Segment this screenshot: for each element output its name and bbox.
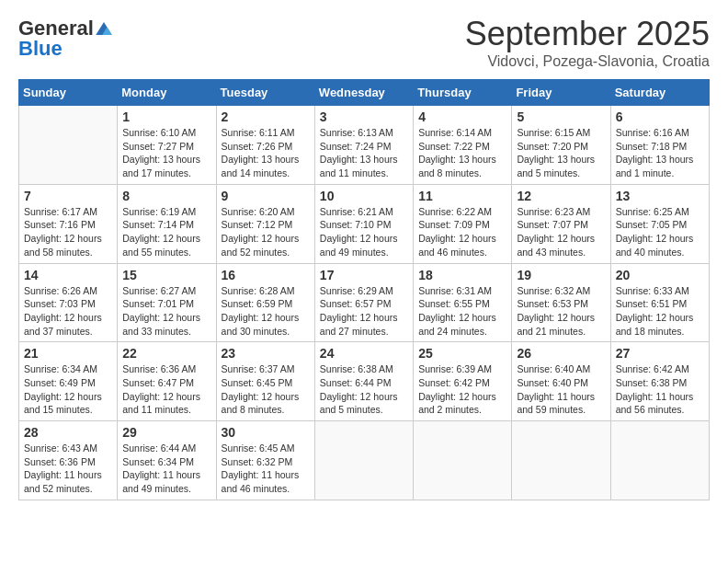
day-info: Sunrise: 6:42 AMSunset: 6:38 PMDaylight:… [616, 362, 704, 417]
day-number: 3 [320, 109, 408, 124]
calendar-cell: 10Sunrise: 6:21 AMSunset: 7:10 PMDayligh… [314, 184, 413, 263]
day-number: 17 [320, 268, 408, 282]
day-info: Sunrise: 6:14 AMSunset: 7:22 PMDaylight:… [418, 126, 506, 180]
week-row-1: 1Sunrise: 6:10 AMSunset: 7:27 PMDaylight… [19, 106, 710, 185]
day-info: Sunrise: 6:28 AMSunset: 6:59 PMDaylight:… [222, 284, 310, 339]
calendar-cell: 23Sunrise: 6:37 AMSunset: 6:45 PMDayligh… [216, 342, 314, 421]
day-info: Sunrise: 6:43 AMSunset: 6:36 PMDaylight:… [24, 442, 112, 496]
calendar-cell: 13Sunrise: 6:25 AMSunset: 7:05 PMDayligh… [610, 184, 709, 263]
day-number: 25 [418, 346, 506, 361]
calendar-cell: 4Sunrise: 6:14 AMSunset: 7:22 PMDaylight… [414, 106, 512, 185]
calendar-cell: 1Sunrise: 6:10 AMSunset: 7:27 PMDaylight… [118, 106, 216, 185]
day-number: 29 [122, 425, 210, 440]
day-info: Sunrise: 6:29 AMSunset: 6:57 PMDaylight:… [320, 284, 408, 339]
calendar-cell: 16Sunrise: 6:28 AMSunset: 6:59 PMDayligh… [216, 263, 314, 342]
day-info: Sunrise: 6:37 AMSunset: 6:45 PMDaylight:… [222, 362, 310, 417]
day-info: Sunrise: 6:10 AMSunset: 7:27 PMDaylight:… [122, 126, 210, 180]
calendar: SundayMondayTuesdayWednesdayThursdayFrid… [18, 79, 710, 500]
week-row-3: 14Sunrise: 6:26 AMSunset: 7:03 PMDayligh… [19, 263, 710, 342]
calendar-cell [610, 421, 709, 500]
weekday-header-thursday: Thursday [414, 80, 512, 106]
day-info: Sunrise: 6:31 AMSunset: 6:55 PMDaylight:… [418, 284, 506, 339]
calendar-cell: 18Sunrise: 6:31 AMSunset: 6:55 PMDayligh… [414, 263, 512, 342]
calendar-cell: 8Sunrise: 6:19 AMSunset: 7:14 PMDaylight… [118, 184, 216, 263]
calendar-cell: 26Sunrise: 6:40 AMSunset: 6:40 PMDayligh… [512, 342, 610, 421]
logo-blue: Blue [18, 39, 63, 59]
day-info: Sunrise: 6:33 AMSunset: 6:51 PMDaylight:… [616, 284, 704, 339]
calendar-cell: 9Sunrise: 6:20 AMSunset: 7:12 PMDaylight… [216, 184, 314, 263]
calendar-cell: 19Sunrise: 6:32 AMSunset: 6:53 PMDayligh… [512, 263, 610, 342]
calendar-cell [512, 421, 610, 500]
day-info: Sunrise: 6:45 AMSunset: 6:32 PMDaylight:… [222, 442, 310, 496]
calendar-cell: 30Sunrise: 6:45 AMSunset: 6:32 PMDayligh… [216, 421, 314, 500]
day-info: Sunrise: 6:11 AMSunset: 7:26 PMDaylight:… [222, 126, 310, 180]
day-number: 6 [616, 109, 704, 124]
calendar-cell: 5Sunrise: 6:15 AMSunset: 7:20 PMDaylight… [512, 106, 610, 185]
calendar-cell: 29Sunrise: 6:44 AMSunset: 6:34 PMDayligh… [118, 421, 216, 500]
calendar-cell: 14Sunrise: 6:26 AMSunset: 7:03 PMDayligh… [19, 263, 118, 342]
week-row-2: 7Sunrise: 6:17 AMSunset: 7:16 PMDaylight… [19, 184, 710, 263]
day-info: Sunrise: 6:23 AMSunset: 7:07 PMDaylight:… [517, 205, 605, 259]
day-number: 27 [616, 346, 704, 361]
weekday-header-monday: Monday [118, 80, 216, 106]
day-info: Sunrise: 6:40 AMSunset: 6:40 PMDaylight:… [517, 362, 605, 417]
calendar-cell: 25Sunrise: 6:39 AMSunset: 6:42 PMDayligh… [414, 342, 512, 421]
calendar-cell: 2Sunrise: 6:11 AMSunset: 7:26 PMDaylight… [216, 106, 314, 185]
calendar-cell [414, 421, 512, 500]
weekday-header-friday: Friday [512, 80, 610, 106]
header: General Blue September 2025 Vidovci, Poz… [18, 15, 710, 70]
day-number: 21 [24, 346, 112, 361]
title-area: September 2025 Vidovci, Pozega-Slavonia,… [465, 15, 710, 70]
day-number: 18 [418, 268, 506, 282]
day-number: 12 [517, 189, 605, 203]
calendar-cell: 6Sunrise: 6:16 AMSunset: 7:18 PMDaylight… [610, 106, 709, 185]
day-info: Sunrise: 6:36 AMSunset: 6:47 PMDaylight:… [122, 362, 210, 417]
calendar-cell: 20Sunrise: 6:33 AMSunset: 6:51 PMDayligh… [610, 263, 709, 342]
day-info: Sunrise: 6:38 AMSunset: 6:44 PMDaylight:… [320, 362, 408, 417]
calendar-cell: 12Sunrise: 6:23 AMSunset: 7:07 PMDayligh… [512, 184, 610, 263]
day-number: 20 [616, 268, 704, 282]
calendar-cell: 17Sunrise: 6:29 AMSunset: 6:57 PMDayligh… [314, 263, 413, 342]
day-info: Sunrise: 6:17 AMSunset: 7:16 PMDaylight:… [24, 205, 112, 259]
day-info: Sunrise: 6:39 AMSunset: 6:42 PMDaylight:… [418, 362, 506, 417]
weekday-header-wednesday: Wednesday [314, 80, 413, 106]
day-number: 19 [517, 268, 605, 282]
day-number: 26 [517, 346, 605, 361]
logo-icon [96, 22, 112, 35]
day-info: Sunrise: 6:44 AMSunset: 6:34 PMDaylight:… [122, 442, 210, 496]
logo: General Blue [18, 18, 112, 59]
day-number: 1 [122, 109, 210, 124]
calendar-cell: 21Sunrise: 6:34 AMSunset: 6:49 PMDayligh… [19, 342, 118, 421]
weekday-header-row: SundayMondayTuesdayWednesdayThursdayFrid… [19, 80, 710, 106]
day-info: Sunrise: 6:20 AMSunset: 7:12 PMDaylight:… [222, 205, 310, 259]
calendar-cell [314, 421, 413, 500]
day-number: 30 [222, 425, 310, 440]
day-info: Sunrise: 6:21 AMSunset: 7:10 PMDaylight:… [320, 205, 408, 259]
calendar-cell: 24Sunrise: 6:38 AMSunset: 6:44 PMDayligh… [314, 342, 413, 421]
day-info: Sunrise: 6:19 AMSunset: 7:14 PMDaylight:… [122, 205, 210, 259]
day-info: Sunrise: 6:25 AMSunset: 7:05 PMDaylight:… [616, 205, 704, 259]
calendar-cell: 28Sunrise: 6:43 AMSunset: 6:36 PMDayligh… [19, 421, 118, 500]
day-number: 14 [24, 268, 112, 282]
day-number: 28 [24, 425, 112, 440]
weekday-header-sunday: Sunday [19, 80, 118, 106]
day-number: 7 [24, 189, 112, 203]
day-number: 22 [122, 346, 210, 361]
location-title: Vidovci, Pozega-Slavonia, Croatia [465, 53, 710, 70]
day-number: 11 [418, 189, 506, 203]
day-number: 8 [122, 189, 210, 203]
day-info: Sunrise: 6:13 AMSunset: 7:24 PMDaylight:… [320, 126, 408, 180]
day-number: 24 [320, 346, 408, 361]
day-number: 15 [122, 268, 210, 282]
day-info: Sunrise: 6:34 AMSunset: 6:49 PMDaylight:… [24, 362, 112, 417]
day-number: 10 [320, 189, 408, 203]
calendar-cell [19, 106, 118, 185]
day-number: 13 [616, 189, 704, 203]
month-title: September 2025 [465, 15, 710, 53]
calendar-cell: 7Sunrise: 6:17 AMSunset: 7:16 PMDaylight… [19, 184, 118, 263]
day-info: Sunrise: 6:26 AMSunset: 7:03 PMDaylight:… [24, 284, 112, 339]
day-number: 4 [418, 109, 506, 124]
week-row-4: 21Sunrise: 6:34 AMSunset: 6:49 PMDayligh… [19, 342, 710, 421]
week-row-5: 28Sunrise: 6:43 AMSunset: 6:36 PMDayligh… [19, 421, 710, 500]
calendar-cell: 22Sunrise: 6:36 AMSunset: 6:47 PMDayligh… [118, 342, 216, 421]
